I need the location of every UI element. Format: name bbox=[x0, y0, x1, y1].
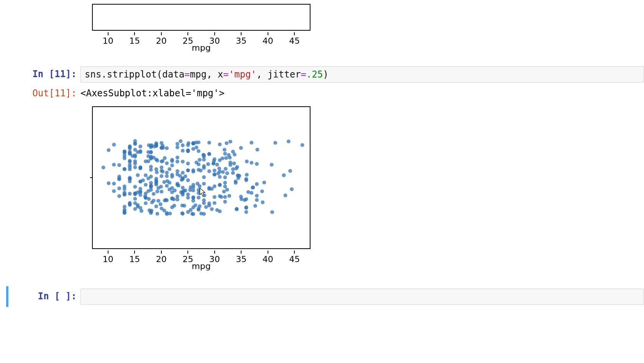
svg-point-285 bbox=[152, 199, 156, 203]
svg-point-272 bbox=[210, 207, 214, 211]
svg-point-307 bbox=[194, 203, 197, 207]
svg-point-351 bbox=[221, 170, 225, 174]
svg-point-199 bbox=[159, 190, 163, 193]
code-input-11[interactable]: sns.stripplot(data=mpg, x='mpg', jitter=… bbox=[80, 66, 644, 82]
svg-point-201 bbox=[152, 192, 156, 196]
stripplot-svg bbox=[93, 107, 310, 248]
svg-point-12 bbox=[133, 165, 137, 169]
svg-point-362 bbox=[218, 210, 222, 213]
svg-point-55 bbox=[197, 149, 200, 153]
svg-point-16 bbox=[149, 168, 153, 172]
svg-point-251 bbox=[163, 156, 167, 160]
svg-point-25 bbox=[107, 148, 110, 152]
svg-point-313 bbox=[250, 161, 253, 165]
svg-point-108 bbox=[159, 174, 163, 178]
svg-point-312 bbox=[219, 195, 223, 199]
svg-point-354 bbox=[182, 189, 186, 193]
svg-point-245 bbox=[156, 186, 160, 190]
svg-point-190 bbox=[131, 154, 135, 158]
prev-plot-container: 1015202530354045 mpg bbox=[80, 0, 644, 53]
x-tick: 25 bbox=[182, 251, 193, 264]
svg-point-305 bbox=[251, 186, 255, 190]
svg-point-383 bbox=[244, 197, 248, 201]
svg-point-334 bbox=[178, 174, 182, 178]
svg-point-353 bbox=[216, 172, 220, 175]
svg-point-273 bbox=[168, 181, 171, 185]
code-line: sns.stripplot(data=mpg, x='mpg', jitter=… bbox=[85, 69, 329, 80]
svg-point-358 bbox=[147, 197, 151, 201]
svg-point-374 bbox=[234, 181, 238, 185]
svg-point-250 bbox=[156, 199, 160, 203]
svg-point-119 bbox=[159, 165, 163, 169]
svg-point-350 bbox=[228, 156, 232, 160]
prev-plot-x-ticks: 1015202530354045 bbox=[92, 31, 310, 42]
svg-point-228 bbox=[207, 141, 211, 145]
svg-point-367 bbox=[244, 205, 248, 209]
svg-point-270 bbox=[140, 209, 143, 213]
output-text-cell-11: Out[11]: <AxesSubplot:xlabel='mpg'> bbox=[0, 86, 644, 101]
svg-point-385 bbox=[197, 168, 200, 172]
svg-point-304 bbox=[224, 167, 228, 171]
svg-point-185 bbox=[191, 170, 195, 173]
svg-point-176 bbox=[154, 205, 158, 208]
svg-point-140 bbox=[128, 176, 132, 180]
svg-point-91 bbox=[123, 167, 127, 171]
svg-point-27 bbox=[112, 143, 116, 147]
svg-point-389 bbox=[218, 175, 222, 179]
empty-code-cell[interactable]: In [ ]: bbox=[0, 286, 644, 307]
svg-point-124 bbox=[112, 182, 116, 185]
svg-point-193 bbox=[181, 149, 185, 153]
x-tick: 40 bbox=[263, 32, 273, 46]
svg-point-332 bbox=[195, 145, 199, 149]
svg-point-237 bbox=[168, 188, 171, 191]
svg-point-170 bbox=[176, 160, 179, 163]
svg-point-293 bbox=[180, 211, 184, 215]
x-tick: 35 bbox=[236, 251, 246, 264]
svg-point-322 bbox=[290, 187, 294, 191]
svg-point-221 bbox=[162, 209, 166, 213]
svg-point-337 bbox=[260, 190, 264, 193]
svg-point-118 bbox=[181, 171, 185, 175]
svg-point-336 bbox=[261, 200, 264, 204]
svg-point-146 bbox=[202, 175, 206, 179]
svg-point-132 bbox=[186, 168, 190, 172]
svg-point-192 bbox=[170, 163, 174, 167]
x-tick: 30 bbox=[209, 32, 220, 46]
svg-point-212 bbox=[213, 195, 217, 199]
x-tick: 40 bbox=[263, 251, 273, 264]
svg-point-121 bbox=[133, 139, 137, 143]
svg-point-372 bbox=[244, 178, 248, 182]
svg-point-359 bbox=[202, 155, 206, 159]
in-prompt-empty: In [ ]: bbox=[6, 289, 80, 304]
svg-point-379 bbox=[255, 182, 259, 186]
svg-point-241 bbox=[227, 194, 231, 198]
out-prompt-11: Out[11]: bbox=[0, 86, 80, 101]
y-center-tick bbox=[90, 177, 93, 178]
svg-point-268 bbox=[144, 173, 148, 177]
svg-point-104 bbox=[117, 163, 121, 167]
svg-point-109 bbox=[165, 184, 169, 188]
svg-point-145 bbox=[223, 175, 227, 179]
svg-point-384 bbox=[197, 196, 200, 200]
svg-point-157 bbox=[133, 162, 137, 165]
svg-point-387 bbox=[223, 152, 227, 156]
svg-point-388 bbox=[202, 182, 206, 186]
svg-point-202 bbox=[146, 154, 150, 158]
svg-point-42 bbox=[117, 194, 121, 198]
svg-point-204 bbox=[223, 200, 227, 204]
x-tick: 10 bbox=[103, 251, 113, 264]
code-input-empty[interactable] bbox=[80, 289, 644, 305]
x-tick: 35 bbox=[236, 32, 246, 46]
svg-point-271 bbox=[220, 157, 224, 160]
svg-point-106 bbox=[117, 177, 121, 181]
svg-point-290 bbox=[188, 188, 192, 192]
svg-point-22 bbox=[186, 196, 190, 200]
svg-point-274 bbox=[159, 202, 163, 206]
svg-point-113 bbox=[165, 146, 169, 150]
svg-point-197 bbox=[207, 152, 211, 156]
svg-point-309 bbox=[155, 170, 159, 174]
svg-point-328 bbox=[239, 146, 243, 150]
svg-point-345 bbox=[212, 159, 216, 163]
cell-selected-indicator bbox=[6, 286, 8, 307]
svg-point-236 bbox=[170, 175, 174, 179]
